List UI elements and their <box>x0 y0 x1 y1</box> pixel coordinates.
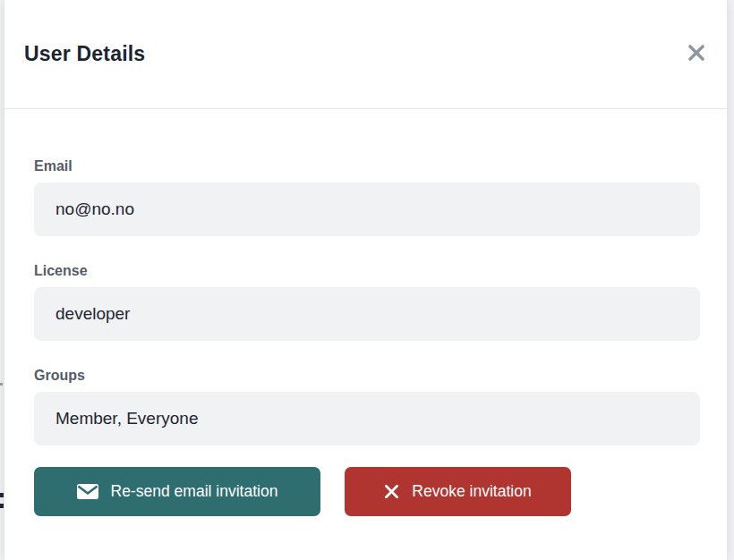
envelope-icon <box>77 483 98 500</box>
resend-email-invitation-button[interactable]: Re-send email invitation <box>34 467 320 516</box>
email-field-group: Email no@no.no <box>34 158 700 236</box>
email-label: Email <box>34 158 700 174</box>
groups-field[interactable]: Member, Everyone <box>34 392 700 445</box>
revoke-button-label: Revoke invitation <box>412 482 531 501</box>
close-button[interactable] <box>681 39 712 70</box>
background-page-fragment <box>0 493 4 497</box>
license-field[interactable]: developer <box>34 287 700 341</box>
background-page-fragment <box>0 383 3 386</box>
modal-title: User Details <box>24 42 145 66</box>
groups-field-group: Groups Member, Everyone <box>34 368 700 445</box>
revoke-invitation-button[interactable]: Revoke invitation <box>345 467 571 516</box>
email-value: no@no.no <box>55 199 134 219</box>
resend-button-label: Re-send email invitation <box>111 482 278 501</box>
license-label: License <box>34 263 700 279</box>
modal-body: Email no@no.no License developer Groups … <box>4 109 727 516</box>
user-details-modal: User Details Email no@no.no License deve… <box>4 0 727 560</box>
license-value: developer <box>55 304 130 324</box>
modal-header: User Details <box>4 0 727 109</box>
background-page-fragment <box>0 504 4 508</box>
groups-label: Groups <box>34 368 700 384</box>
email-field[interactable]: no@no.no <box>34 182 700 236</box>
groups-value: Member, Everyone <box>55 409 198 428</box>
x-icon <box>384 484 399 499</box>
close-icon <box>685 41 708 67</box>
action-button-row: Re-send email invitation Revoke invitati… <box>34 467 700 516</box>
license-field-group: License developer <box>34 263 700 341</box>
